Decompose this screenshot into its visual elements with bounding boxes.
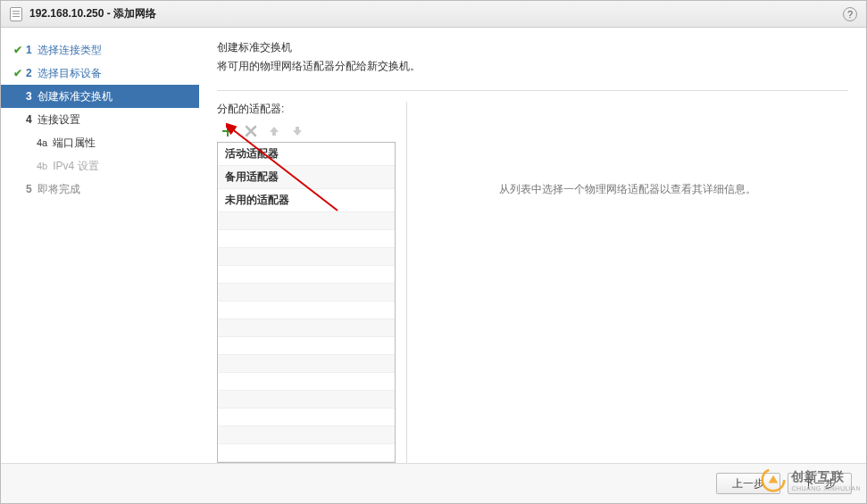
step-create-standard-switch[interactable]: 3 创建标准交换机 (1, 85, 199, 108)
add-icon[interactable] (221, 124, 235, 138)
window-title: 192.168.10.250 - 添加网络 (29, 6, 156, 21)
dialog-window: 192.168.10.250 - 添加网络 ? ✔ 1 选择连接类型 ✔ 2 选… (0, 0, 867, 504)
group-standby-adapters[interactable]: 备用适配器 (218, 166, 395, 189)
step-connection-settings[interactable]: 4 连接设置 (1, 108, 199, 131)
help-icon[interactable]: ? (843, 7, 857, 21)
step-ready-to-complete[interactable]: 5 即将完成 (1, 178, 199, 201)
content-row: 分配的适配器: (217, 102, 848, 463)
step-ipv4-settings[interactable]: 4b IPv4 设置 (1, 154, 199, 178)
adapter-details-panel: 从列表中选择一个物理网络适配器以查看其详细信息。 (406, 102, 848, 463)
host-icon (10, 7, 22, 21)
list-filler (218, 212, 395, 462)
step-select-target-device[interactable]: ✔ 2 选择目标设备 (1, 62, 199, 85)
back-button[interactable]: 上一步 (716, 473, 780, 494)
dialog-footer: 上一步 下一步 (1, 464, 866, 503)
move-down-icon[interactable] (290, 124, 304, 138)
check-icon: ✔ (10, 67, 26, 79)
check-icon: ✔ (10, 44, 26, 56)
page-heading: 创建标准交换机 (217, 40, 848, 55)
next-button[interactable]: 下一步 (788, 473, 852, 494)
adapter-toolbar (217, 124, 396, 138)
remove-icon[interactable] (244, 124, 258, 138)
move-up-icon[interactable] (267, 124, 281, 138)
step-port-properties[interactable]: 4a 端口属性 (1, 131, 199, 154)
page-subheading: 将可用的物理网络适配器分配给新交换机。 (217, 59, 848, 74)
divider (217, 90, 848, 91)
main-panel: 创建标准交换机 将可用的物理网络适配器分配给新交换机。 分配的适配器: (199, 28, 866, 463)
wizard-steps: ✔ 1 选择连接类型 ✔ 2 选择目标设备 3 创建标准交换机 4 连接设置 4… (1, 28, 199, 463)
titlebar: 192.168.10.250 - 添加网络 ? (1, 1, 866, 28)
step-select-connection-type[interactable]: ✔ 1 选择连接类型 (1, 38, 199, 62)
details-placeholder: 从列表中选择一个物理网络适配器以查看其详细信息。 (499, 182, 756, 197)
adapter-list[interactable]: 活动适配器 备用适配器 未用的适配器 (217, 142, 396, 463)
assigned-adapters-label: 分配的适配器: (217, 102, 396, 117)
group-unused-adapters[interactable]: 未用的适配器 (218, 189, 395, 212)
assigned-adapters-column: 分配的适配器: (217, 102, 396, 463)
group-active-adapters[interactable]: 活动适配器 (218, 143, 395, 166)
dialog-body: ✔ 1 选择连接类型 ✔ 2 选择目标设备 3 创建标准交换机 4 连接设置 4… (1, 28, 866, 464)
